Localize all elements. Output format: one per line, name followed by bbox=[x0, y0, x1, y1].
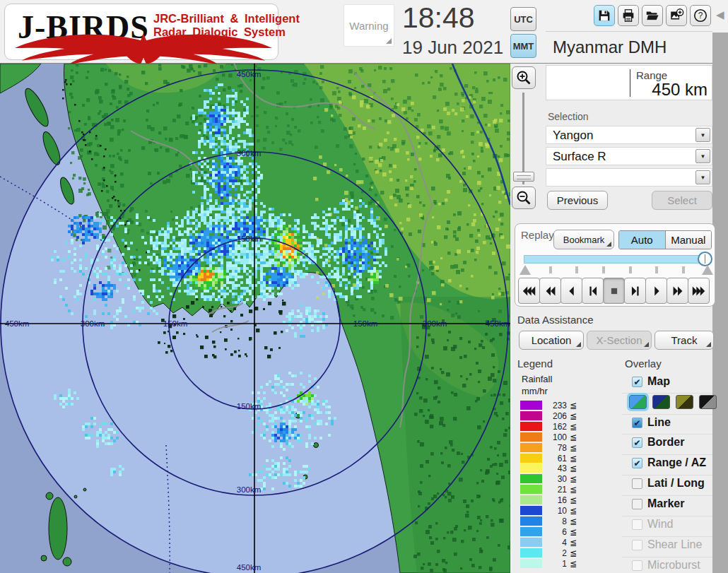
auto-manual-toggle: Auto Manual bbox=[618, 230, 712, 249]
slider-tick bbox=[575, 266, 578, 273]
play-button[interactable] bbox=[645, 278, 667, 304]
overlay-divider bbox=[622, 475, 712, 475]
overlay-divider bbox=[622, 536, 712, 537]
legend-swatch bbox=[520, 506, 542, 515]
fastest-forward-button[interactable] bbox=[688, 278, 710, 304]
legend-label: Legend bbox=[517, 358, 553, 370]
checkbox-line[interactable]: ✔ bbox=[632, 418, 642, 428]
legend-value: 233 bbox=[544, 401, 567, 410]
range-ring-label: 450km bbox=[237, 563, 262, 572]
range-display: Range 450 km bbox=[546, 65, 712, 100]
step-forward-button[interactable] bbox=[624, 278, 646, 304]
chevron-down-icon[interactable]: ▼ bbox=[695, 170, 710, 184]
legend-value: 61 bbox=[544, 454, 567, 463]
step-backward-button[interactable] bbox=[582, 278, 604, 304]
selection-dropdown-1[interactable]: Yangon▼ bbox=[546, 126, 712, 144]
reverse-play-button[interactable] bbox=[560, 278, 582, 304]
zoom-in-button[interactable] bbox=[512, 66, 536, 89]
replay-slider-track[interactable] bbox=[524, 255, 709, 264]
manual-button[interactable]: Manual bbox=[665, 231, 712, 249]
map-style-blue-green[interactable] bbox=[629, 395, 647, 409]
open-folder-button[interactable] bbox=[642, 5, 663, 26]
warning-button[interactable]: Warning bbox=[344, 4, 394, 47]
map-style-black-grey[interactable] bbox=[699, 395, 717, 409]
stop-button[interactable] bbox=[603, 278, 625, 304]
fast-forward-icon bbox=[670, 283, 686, 299]
map-style-navy-darkgreen[interactable] bbox=[652, 395, 670, 409]
location-button[interactable]: Location bbox=[519, 331, 584, 350]
bookmark-button[interactable]: Bookmark bbox=[553, 230, 614, 249]
legend-value: 21 bbox=[544, 485, 567, 495]
print-button[interactable] bbox=[618, 5, 639, 26]
legend-value: 2 bbox=[544, 548, 567, 558]
lte-symbol: ≦ bbox=[570, 401, 577, 410]
legend-swatch bbox=[520, 474, 542, 483]
range-ring-label: 150km bbox=[237, 235, 262, 243]
range-ring-label: 450km bbox=[486, 319, 510, 328]
range-ring-label: 300km bbox=[81, 319, 105, 328]
jbirds-logo: J-BIRDS JRC-Brilliant & Intelligent Rada… bbox=[4, 4, 278, 60]
legend-value: 4 bbox=[544, 538, 567, 548]
legend-swatch bbox=[520, 443, 542, 452]
x-section-button[interactable]: X-Section bbox=[587, 331, 652, 350]
slider-tick bbox=[549, 266, 552, 273]
overlay-item-label: Line bbox=[647, 416, 671, 429]
reverse-play-icon bbox=[564, 283, 580, 299]
checkbox-range-az[interactable]: ✔ bbox=[632, 458, 642, 468]
chevron-down-icon[interactable]: ▼ bbox=[695, 128, 710, 142]
chevron-down-icon[interactable]: ▼ bbox=[695, 149, 710, 163]
legend-swatch bbox=[520, 516, 542, 526]
utc-button[interactable]: UTC bbox=[510, 7, 536, 31]
capture-button[interactable] bbox=[666, 5, 687, 26]
map-style-olive[interactable] bbox=[676, 395, 693, 409]
select-button[interactable]: Select bbox=[652, 191, 712, 210]
legend-value: 10 bbox=[544, 506, 567, 516]
previous-button[interactable]: Previous bbox=[547, 191, 608, 210]
replay-slider-handle[interactable] bbox=[698, 252, 712, 266]
svg-text:?: ? bbox=[698, 11, 703, 20]
track-button[interactable]: Track bbox=[654, 331, 714, 350]
mmt-button[interactable]: MMT bbox=[510, 34, 536, 58]
clock-date: 19 Jun 2021 bbox=[402, 37, 515, 59]
slider-start-marker[interactable] bbox=[519, 265, 531, 275]
slider-end-marker[interactable] bbox=[702, 265, 713, 275]
help-button[interactable]: ? bbox=[690, 5, 711, 26]
fast-forward-button[interactable] bbox=[667, 278, 688, 304]
rewind-icon bbox=[543, 283, 558, 299]
open-folder-icon bbox=[645, 8, 660, 23]
auto-button[interactable]: Auto bbox=[619, 231, 665, 249]
legend-unit: Rainfall mm/hr bbox=[522, 373, 552, 397]
checkbox-marker[interactable] bbox=[632, 499, 642, 509]
selection-dropdown-3[interactable]: ▼ bbox=[546, 168, 712, 187]
fast-rewind-button[interactable] bbox=[518, 278, 540, 304]
zoom-slider-track[interactable] bbox=[522, 93, 524, 184]
lte-symbol: ≦ bbox=[570, 443, 577, 453]
checkbox-border[interactable]: ✔ bbox=[632, 437, 642, 448]
warning-label: Warning bbox=[349, 20, 388, 32]
lte-symbol: ≦ bbox=[570, 559, 577, 569]
checkbox-microburst bbox=[632, 560, 642, 571]
checkbox-map[interactable]: ✔ bbox=[632, 377, 642, 387]
zoom-slider-handle[interactable] bbox=[513, 172, 534, 182]
lte-symbol: ≦ bbox=[570, 454, 577, 463]
legend-value: 1 bbox=[544, 559, 567, 569]
radar-map[interactable]: 450km300km150km150km300km450km450km300km… bbox=[0, 64, 510, 573]
legend-swatch bbox=[520, 538, 542, 547]
legend-swatch bbox=[520, 411, 542, 420]
overlay-divider bbox=[622, 414, 712, 415]
selection-label: Selection bbox=[548, 111, 589, 122]
overlay-divider bbox=[622, 434, 712, 435]
selection-dropdown-2[interactable]: Surface R▼ bbox=[546, 147, 712, 165]
checkbox-lati-long[interactable] bbox=[632, 478, 642, 489]
legend-value: 100 bbox=[544, 432, 567, 442]
step-backward-icon bbox=[585, 283, 601, 299]
stop-icon bbox=[606, 283, 622, 299]
rewind-button[interactable] bbox=[539, 278, 561, 304]
collapse-panel-icon[interactable]: ◀ bbox=[716, 8, 724, 21]
range-ring-label: 300km bbox=[423, 319, 447, 328]
range-ring-label: 450km bbox=[5, 319, 30, 328]
zoom-out-button[interactable] bbox=[512, 187, 536, 209]
overlay-divider bbox=[622, 516, 712, 516]
lte-symbol: ≦ bbox=[570, 474, 577, 484]
save-button[interactable] bbox=[594, 5, 615, 26]
